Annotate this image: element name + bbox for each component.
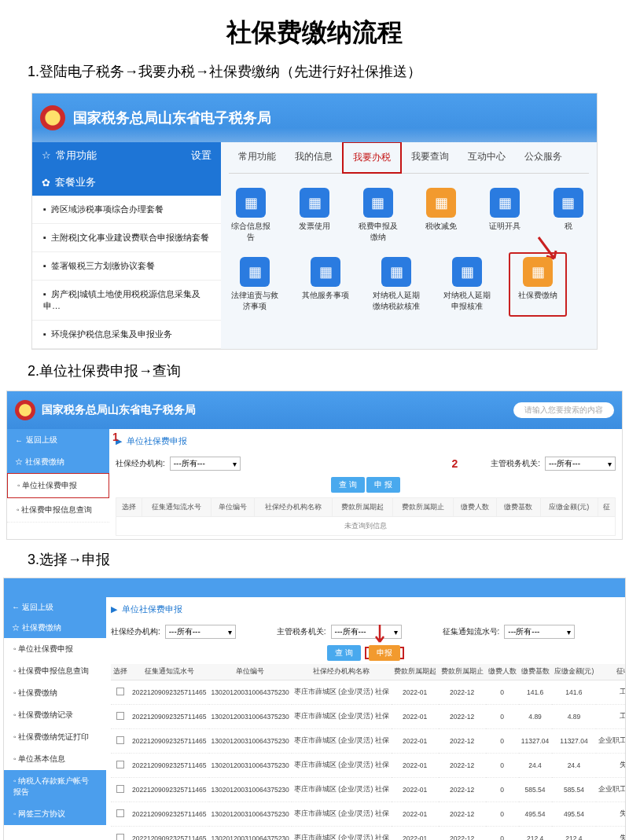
tab-我的信息[interactable]: 我的信息 [285,142,342,173]
table-header: 缴费人数 [486,664,519,680]
table-header: 应缴金额(元) [540,498,598,517]
table-header: 征 [598,498,615,517]
sidebar-item[interactable]: ◦ 网签三方协议 [4,803,106,825]
sidebar-item[interactable]: ◦ 社保费申报信息查询 [7,498,109,523]
sidebar-item[interactable]: ▪环境保护税信息采集及申报业务 [32,321,221,349]
service-item[interactable]: ▦税费申报及缴纳 [357,188,399,243]
filter-org-select[interactable]: ---所有---▾ [170,457,241,471]
tab-互动中心[interactable]: 互动中心 [458,142,515,173]
row-checkbox[interactable] [116,761,124,768]
service-label: 税收减免 [421,221,462,232]
back-link[interactable]: ← 返回上级 [4,597,106,618]
arrow-left-icon: ← [15,436,23,445]
row-checkbox[interactable] [116,736,124,744]
table-header: 费款所属期起 [333,498,393,517]
service-label: 对纳税人延期缴纳税款核准 [372,290,421,312]
service-item[interactable]: ▦税收减免 [421,188,462,243]
sidebar-item[interactable]: ◦ 单位社保费申报 [7,473,109,498]
service-icon: ▦ [311,257,340,287]
table-cell: 4.89 [552,705,597,729]
row-checkbox[interactable] [116,809,124,817]
row-checkbox[interactable] [116,712,124,720]
filter-org-select[interactable]: ---所有---▾ [165,625,236,639]
table-cell: 20221209092325711465 [130,729,209,754]
annotation-2: 2 [451,457,458,470]
table-cell: 141.6 [519,680,552,705]
table-cell: 130201200310064375230 [209,705,292,729]
table-cell: 130201200310064375230 [209,680,292,705]
sidebar-item[interactable]: ◦ 社保费缴纳凭证打印 [4,726,106,748]
search-input[interactable]: 请输入您要搜索的内容 [513,402,614,418]
table-cell: 11327.04 [519,729,552,754]
service-label: 税 [547,221,589,232]
service-label: 发票使用 [294,221,336,232]
table-header: 选择 [111,664,130,680]
service-item[interactable]: ▦其他服务事项 [301,257,350,312]
back-link[interactable]: ←返回上级 [7,429,109,451]
site-title: 国家税务总局山东省电子税务局 [73,108,271,127]
sidebar-header-packages[interactable]: ✿套餐业务 [32,169,221,196]
filter-tax-select[interactable]: ---所有---▾ [331,625,402,639]
table-header: 费款所属期止 [439,664,486,680]
annotation-1: 1 [112,431,119,443]
star-icon: ☆ [42,149,51,161]
sidebar-section-social[interactable]: ☆ 社保费缴纳 [7,451,109,473]
sidebar-header-common[interactable]: ☆常用功能 设置 [32,142,221,169]
sidebar-item[interactable]: ◦ 社保费缴纳记录 [4,704,106,726]
tab-常用功能[interactable]: 常用功能 [229,142,285,173]
service-icon: ▦ [381,257,411,287]
table-header: 征收项目名称 [596,664,625,680]
table-cell: 130201200310064375230 [209,827,292,841]
sidebar-item[interactable]: ◦ 社保费缴纳 [4,682,106,704]
row-checkbox[interactable] [116,785,124,793]
service-item[interactable]: ▦发票使用 [294,188,336,243]
star-icon: ☆ [12,623,22,632]
table-cell: 枣庄市薛城区 (企业/灵活) 社保 [292,729,392,754]
sidebar-item[interactable]: ▪房产税|城镇土地使用税税源信息采集及申… [32,281,221,321]
table-cell: 失业保险费 [596,802,625,827]
table-cell: 212.4 [552,827,597,841]
table-cell: 0 [486,778,519,802]
service-icon: ▦ [300,188,329,218]
table-cell: 0 [486,754,519,778]
table-cell: 4.89 [519,705,552,729]
settings-link[interactable]: 设置 [191,149,212,163]
filter-org-label: 社保经办机构: [111,626,160,637]
tab-公众服务[interactable]: 公众服务 [515,142,572,173]
table-cell: 2022-12 [439,705,486,729]
query-button[interactable]: 查 询 [327,645,361,661]
table-cell: 20221209092325711465 [130,827,209,841]
service-item[interactable]: ▦证明开具 [484,188,526,243]
service-item[interactable]: ▦对纳税人延期缴纳税款核准 [372,257,421,312]
sidebar-section-social[interactable]: ☆ 社保费缴纳 [4,618,106,638]
tab-我要办税[interactable]: 我要办税 [342,142,402,174]
service-item[interactable]: ▦对纳税人延期申报核准 [443,257,491,312]
service-item[interactable]: ▦法律追责与救济事项 [230,257,279,312]
chevron-down-icon: ▾ [608,460,612,468]
declare-button[interactable]: 申报 [369,645,400,661]
sidebar-item[interactable]: ◦ 单位基本信息 [4,748,106,770]
service-item[interactable]: ▦综合信息报告 [230,188,272,243]
declare-button[interactable]: 申 报 [366,477,400,493]
table-header: 缴费基数 [519,664,552,680]
query-button[interactable]: 查 询 [331,477,365,493]
table-row: 2022120909232571146513020120031006437523… [111,802,625,827]
declare-button-highlight: 申报 [365,647,404,659]
breadcrumb: ▶单位社保费申报 [111,600,620,618]
sidebar-item[interactable]: ◦ 单位社保费申报 [4,638,106,660]
sidebar-item[interactable]: ▪跨区域涉税事项综合办理套餐 [32,196,221,224]
step-1-text: 1.登陆电子税务→我要办税→社保费缴纳（先进行好社保推送） [0,58,629,85]
table-header: 社保经办机构名称 [292,664,392,680]
sidebar-item[interactable]: ▪签署银税三方划缴协议套餐 [32,252,221,281]
table-cell: 2022-12 [439,802,486,827]
table-cell: 24.4 [519,754,552,778]
service-item[interactable]: ▦社保费缴纳 [513,257,562,312]
sidebar-item[interactable]: ◦ 纳税人存款账户帐号报告 [4,770,106,803]
filter-serial-select[interactable]: ---所有---▾ [504,625,575,639]
sidebar-item[interactable]: ▪主附税|文化事业建设费联合申报缴纳套餐 [32,224,221,252]
filter-tax-select[interactable]: ---所有---▾ [545,457,616,471]
chevron-down-icon: ▾ [394,628,398,636]
sidebar-item[interactable]: ◦ 社保费申报信息查询 [4,660,106,682]
row-checkbox[interactable] [116,688,124,695]
row-checkbox[interactable] [116,834,124,840]
